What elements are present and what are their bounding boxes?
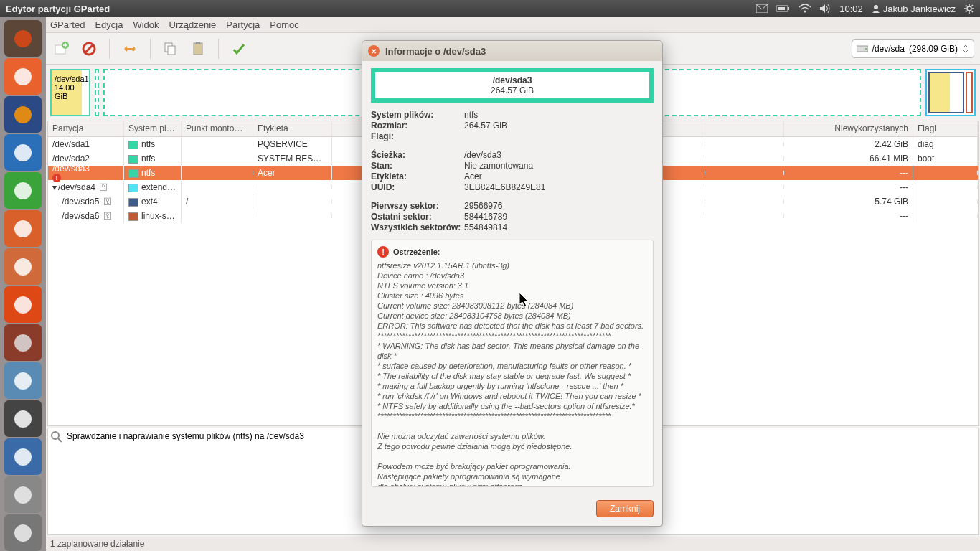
pbar-sda1[interactable]: /dev/sda114.00 GiB xyxy=(50,69,90,116)
svg-point-28 xyxy=(14,524,32,542)
svg-point-25 xyxy=(14,410,32,428)
svg-point-20 xyxy=(14,220,32,237)
warning-line: * making a full backup urgently by runni… xyxy=(377,381,647,391)
warning-line: ntfsresize v2012.1.15AR.1 (libntfs-3g) xyxy=(377,260,647,270)
operation-text: Sprawdzanie i naprawianie systemu plików… xyxy=(67,431,304,532)
svg-point-6 xyxy=(967,6,971,11)
warning-title: ! Ostrzeżenie: xyxy=(377,246,647,258)
info-row: Ostatni sektor:584416789 xyxy=(371,212,654,222)
warning-line: * WARNING: The disk has bad sector. This… xyxy=(377,341,647,361)
launcher-firefox[interactable] xyxy=(4,96,42,133)
svg-line-14 xyxy=(966,11,967,12)
svg-point-38 xyxy=(865,48,867,50)
warning-line: Cluster size : 4096 bytes xyxy=(377,291,647,301)
close-button[interactable]: Zamknij xyxy=(596,500,654,517)
launcher-impress[interactable] xyxy=(4,210,42,247)
launcher-ubuntu-one[interactable] xyxy=(4,286,42,323)
pbar-sda4[interactable] xyxy=(925,69,976,116)
disk-size: (298.09 GiB) xyxy=(909,44,958,54)
unity-launcher xyxy=(0,17,46,551)
user-name: Jakub Jankiewicz xyxy=(883,4,956,14)
col-used[interactable] xyxy=(705,121,784,136)
warning-line: * NTFS safely by additionally using the … xyxy=(377,401,647,411)
menu-partycja[interactable]: Partycja xyxy=(226,19,260,30)
info-row: Stan:Nie zamontowana xyxy=(371,161,654,171)
col-label[interactable]: Etykieta xyxy=(253,121,332,136)
gear-icon[interactable] xyxy=(964,4,974,14)
key-icon: ⚿ xyxy=(103,211,113,221)
svg-rect-34 xyxy=(168,46,175,55)
svg-line-11 xyxy=(966,5,967,6)
info-dialog: ✕ Informacje o /dev/sda3 /dev/sda3 264.5… xyxy=(362,40,663,527)
warning-line: Device name : /dev/sda3 xyxy=(377,270,647,281)
warning-icon: ! xyxy=(377,246,389,258)
svg-point-16 xyxy=(14,68,32,85)
close-icon[interactable]: ✕ xyxy=(368,45,380,57)
info-row: UUID:3EB824E6B8249E81 xyxy=(371,182,654,192)
warning-line: * surface caused by deterioration, manuf… xyxy=(377,361,647,371)
launcher-cd[interactable] xyxy=(4,476,42,513)
resize-button[interactable] xyxy=(120,39,140,59)
col-mountpoint[interactable]: Punkt montowania xyxy=(182,121,253,136)
menu-edycja[interactable]: Edycja xyxy=(95,19,123,30)
launcher-writer[interactable] xyxy=(4,134,42,171)
dialog-titlebar[interactable]: ✕ Informacje o /dev/sda3 xyxy=(362,41,662,61)
mail-icon[interactable] xyxy=(756,4,768,13)
svg-point-17 xyxy=(14,106,32,123)
svg-point-24 xyxy=(14,372,32,390)
warning-line: * The reliability of the disk may stay s… xyxy=(377,371,647,381)
warning-line: dla obsługi systemu plików ntfs: ntfspro… xyxy=(377,481,647,487)
col-filesystem[interactable]: System plików xyxy=(124,121,182,136)
launcher-software[interactable] xyxy=(4,248,42,285)
paste-button[interactable] xyxy=(188,39,208,59)
key-icon: ⚿ xyxy=(99,182,109,192)
key-icon: ⚿ xyxy=(103,197,113,207)
info-row: Flagi: xyxy=(371,131,654,141)
menu-pomoc[interactable]: Pomoc xyxy=(270,19,298,30)
battery-icon[interactable] xyxy=(776,5,791,12)
disk-device: /dev/sda xyxy=(872,44,905,54)
menu-widok[interactable]: Widok xyxy=(133,19,159,30)
svg-rect-36 xyxy=(196,42,200,44)
dialog-title-text: Informacje o /dev/sda3 xyxy=(385,46,486,57)
pbar-sda5[interactable] xyxy=(928,72,964,113)
launcher-photos[interactable] xyxy=(4,438,42,475)
launcher-dvd[interactable] xyxy=(4,514,42,551)
clock[interactable]: 10:02 xyxy=(839,4,863,14)
statusbar: 1 zaplanowane działanie xyxy=(46,537,980,551)
warning-line: Current device size: 284083104768 bytes … xyxy=(377,311,647,321)
copy-button[interactable] xyxy=(161,39,181,59)
pbar-sda2[interactable] xyxy=(95,69,99,116)
warning-line: Powodem może być brakujący pakiet oprogr… xyxy=(377,461,647,471)
col-flags[interactable]: Flagi xyxy=(913,121,978,136)
warning-line xyxy=(377,421,647,431)
wifi-icon[interactable] xyxy=(799,4,811,13)
warning-line: Current volume size: 284083098112 bytes … xyxy=(377,301,647,311)
launcher-ubuntu[interactable] xyxy=(4,20,42,57)
svg-line-13 xyxy=(971,5,973,6)
launcher-colors[interactable] xyxy=(4,400,42,437)
info-row: Pierwszy sektor:29566976 xyxy=(371,201,654,211)
launcher-chromium[interactable] xyxy=(4,362,42,399)
launcher-settings[interactable] xyxy=(4,324,42,361)
svg-point-18 xyxy=(14,144,32,161)
delete-partition-button[interactable] xyxy=(79,39,99,59)
user-menu[interactable]: Jakub Jankiewicz xyxy=(872,4,956,14)
expand-icon[interactable]: ▾ xyxy=(52,182,57,192)
volume-icon[interactable] xyxy=(819,4,831,14)
svg-point-21 xyxy=(14,258,32,276)
menu-urządzenie[interactable]: Urządzenie xyxy=(169,19,217,30)
launcher-files[interactable] xyxy=(4,58,42,95)
apply-button[interactable] xyxy=(229,39,249,59)
pbar-sda6[interactable] xyxy=(966,72,973,113)
launcher-calc[interactable] xyxy=(4,172,42,209)
col-partition[interactable]: Partycja xyxy=(48,121,124,136)
info-row: System plików:ntfs xyxy=(371,110,654,120)
col-unused[interactable]: Niewykorzystanych xyxy=(784,121,913,136)
warning-line: Z tego powodu pewne działania mogą być n… xyxy=(377,441,647,451)
new-partition-button[interactable] xyxy=(52,39,72,59)
disk-selector[interactable]: /dev/sda (298.09 GiB) xyxy=(852,39,974,58)
warning-line: NTFS volume version: 3.1 xyxy=(377,281,647,291)
info-row: Ścieżka:/dev/sda3 xyxy=(371,150,654,160)
menu-gparted[interactable]: GParted xyxy=(50,19,85,30)
